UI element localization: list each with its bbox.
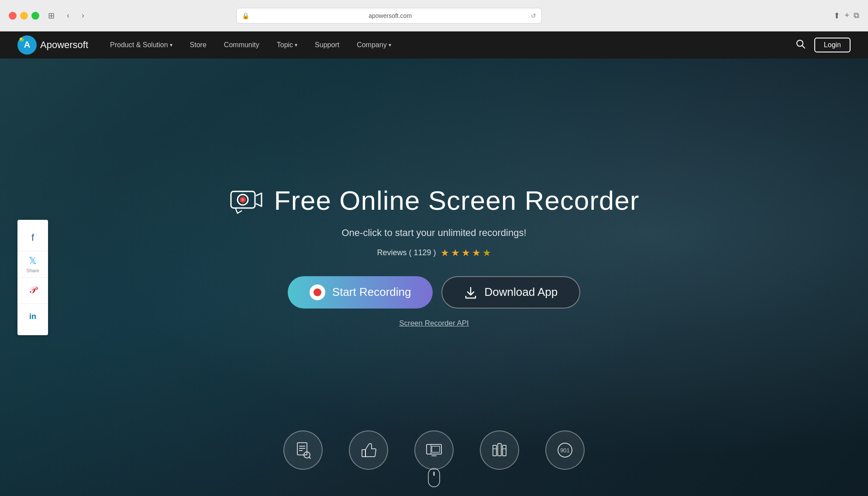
monitor-icon	[425, 441, 443, 459]
website: A Apowersoft Product & Solution ▾ Store …	[0, 31, 868, 496]
download-icon	[464, 286, 477, 299]
svg-rect-21	[493, 445, 496, 456]
star-4: ★	[472, 247, 481, 259]
login-button[interactable]: Login	[814, 38, 851, 52]
document-search-icon	[294, 441, 312, 459]
navbar: A Apowersoft Product & Solution ▾ Store …	[0, 31, 868, 59]
svg-line-15	[309, 457, 310, 458]
comment-badge-icon: 901	[556, 441, 574, 459]
topic-chevron-icon: ▾	[295, 42, 297, 48]
traffic-lights	[9, 12, 39, 20]
close-button[interactable]	[9, 12, 17, 20]
nav-item-topic[interactable]: Topic ▾	[268, 31, 306, 59]
back-button[interactable]: ‹	[63, 9, 73, 22]
svg-rect-23	[503, 445, 506, 456]
nav-item-community[interactable]: Community	[215, 31, 268, 59]
maximize-button[interactable]	[31, 12, 39, 20]
svg-line-5	[802, 45, 805, 48]
feature-icon-comments[interactable]: 901	[545, 430, 585, 470]
url-text: apowersoft.com	[253, 12, 527, 19]
recorder-icon	[229, 184, 264, 219]
nav-links: Product & Solution ▾ Store Community Top…	[101, 31, 796, 59]
mouse-icon	[428, 468, 440, 487]
books-icon	[490, 441, 509, 459]
star-1: ★	[441, 247, 449, 259]
browser-chrome: ⊞ ‹ › 🔒 apowersoft.com ↺ ⬆ + ⧉	[0, 0, 868, 31]
browser-actions: ⬆ + ⧉	[834, 11, 859, 21]
nav-item-product[interactable]: Product & Solution ▾	[101, 31, 181, 59]
star-3: ★	[462, 247, 470, 259]
product-chevron-icon: ▾	[170, 42, 172, 48]
svg-point-9	[241, 198, 244, 201]
download-app-button[interactable]: Download App	[441, 276, 580, 309]
reviews-text: Reviews ( 1129 )	[377, 248, 436, 257]
svg-text:A: A	[24, 40, 30, 49]
security-icon: 🔒	[242, 12, 249, 19]
feature-icon-search[interactable]	[283, 430, 323, 470]
forward-button[interactable]: ›	[78, 9, 88, 22]
star-5: ★	[482, 247, 491, 259]
record-dot	[313, 288, 321, 296]
search-icon	[796, 39, 806, 49]
start-recording-button[interactable]: Start Recording	[288, 276, 433, 309]
feature-icons-row: 901	[283, 430, 585, 470]
svg-point-3	[20, 38, 22, 40]
new-tab-button[interactable]: +	[844, 11, 849, 21]
cta-buttons: Start Recording Download App	[288, 276, 580, 309]
hero-title-row: Free Online Screen Recorder	[229, 184, 640, 219]
nav-item-company[interactable]: Company ▾	[348, 31, 400, 59]
nav-right: Login	[796, 38, 851, 52]
minimize-button[interactable]	[20, 12, 28, 20]
logo-link[interactable]: A Apowersoft	[17, 35, 88, 55]
sidebar-button[interactable]: ⧉	[854, 11, 859, 21]
reload-icon: ↺	[531, 12, 536, 19]
logo-icon: A	[17, 35, 37, 55]
nav-item-store[interactable]: Store	[181, 31, 215, 59]
thumbs-up-icon	[359, 441, 378, 459]
svg-rect-19	[432, 446, 440, 452]
feature-icon-like[interactable]	[349, 430, 388, 470]
sidebar-toggle-button[interactable]: ⊞	[45, 9, 58, 22]
address-bar[interactable]: 🔒 apowersoft.com ↺	[236, 8, 542, 24]
reviews-row: Reviews ( 1129 ) ★ ★ ★ ★ ★	[377, 247, 491, 259]
scroll-indicator	[428, 468, 440, 487]
star-rating: ★ ★ ★ ★ ★	[441, 247, 491, 259]
api-link[interactable]: Screen Recorder API	[399, 319, 469, 328]
svg-text:901: 901	[560, 447, 570, 454]
share-button[interactable]: ⬆	[834, 11, 840, 21]
company-chevron-icon: ▾	[389, 42, 391, 48]
hero-title: Free Online Screen Recorder	[274, 184, 640, 217]
feature-icon-screen[interactable]	[414, 430, 454, 470]
logo-text: Apowersoft	[40, 39, 88, 51]
record-icon	[310, 284, 325, 300]
nav-item-support[interactable]: Support	[306, 31, 348, 59]
hero-subtitle: One-click to start your unlimited record…	[341, 227, 526, 239]
search-button[interactable]	[796, 39, 806, 51]
star-2: ★	[451, 247, 460, 259]
hero-section: f 𝕏 Share 𝒫 in	[0, 59, 868, 496]
feature-icon-library[interactable]	[480, 430, 519, 470]
svg-rect-22	[498, 444, 501, 456]
mouse-dot	[433, 472, 435, 476]
svg-rect-16	[362, 450, 365, 457]
